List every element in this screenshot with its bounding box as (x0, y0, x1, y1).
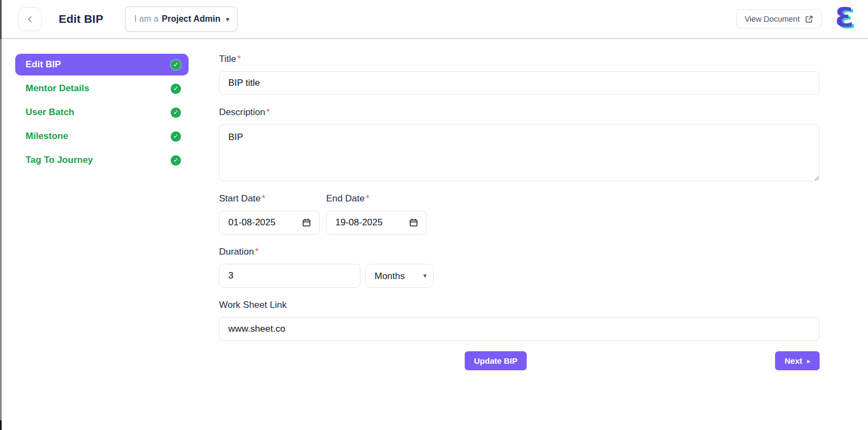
header: Edit BIP I am a Project Admin ▾ View Doc… (0, 0, 868, 39)
chevron-left-icon (26, 15, 35, 24)
end-date-input[interactable] (326, 211, 427, 235)
sidebar-item-edit-bip[interactable]: Edit BIP ✓ (15, 54, 189, 75)
sidebar-item-label: Mentor Details (26, 83, 89, 94)
title-input[interactable] (219, 71, 820, 95)
start-date-field: Start Date* (219, 193, 320, 246)
edit-bip-form: Title* Description* BIP Start Date* (219, 54, 820, 370)
sidebar-item-milestone[interactable]: Milestone ✓ (15, 125, 189, 147)
duration-label: Duration* (219, 246, 820, 257)
end-date-label: End Date* (326, 193, 427, 204)
sidebar-item-user-batch[interactable]: User Batch ✓ (15, 102, 189, 123)
required-asterisk: * (262, 193, 266, 204)
check-circle-icon: ✓ (171, 84, 181, 94)
check-circle-icon: ✓ (171, 131, 181, 142)
sidebar-item-mentor-details[interactable]: Mentor Details ✓ (15, 78, 189, 99)
worksheet-link-input[interactable] (219, 317, 820, 341)
update-bip-button[interactable]: Update BIP (465, 351, 527, 370)
sidebar-item-label: Edit BIP (26, 59, 61, 70)
sidebar-item-label: Milestone (26, 131, 68, 142)
window-edge-top (0, 0, 2, 39)
next-button[interactable]: Next ▸ (775, 351, 820, 370)
view-document-label: View Document (745, 15, 800, 23)
role-selected-value: Project Admin (162, 14, 221, 24)
calendar-icon[interactable] (409, 218, 419, 227)
role-dropdown[interactable]: I am a Project Admin ▾ (125, 7, 238, 31)
start-date-label: Start Date* (219, 193, 320, 204)
chevron-down-icon: ▾ (226, 16, 229, 23)
stepper-sidebar: Edit BIP ✓ Mentor Details ✓ User Batch ✓… (15, 54, 189, 173)
main-content: Edit BIP ✓ Mentor Details ✓ User Batch ✓… (0, 39, 868, 429)
app-logo: Ɛ (835, 4, 854, 31)
required-asterisk: * (255, 246, 259, 257)
duration-row: Months ▾ (219, 264, 820, 288)
dates-row: Start Date* End Date* (219, 193, 820, 246)
external-link-icon (804, 15, 814, 24)
required-asterisk: * (238, 54, 241, 65)
start-date-value[interactable] (228, 217, 302, 228)
sidebar-item-label: Tag To Journey (26, 155, 93, 166)
role-prefix-label: I am a (134, 14, 158, 24)
end-date-field: End Date* (326, 193, 427, 246)
check-circle-icon: ✓ (171, 155, 181, 166)
description-textarea[interactable]: BIP (219, 124, 820, 181)
form-buttons-row: Update BIP Next ▸ (219, 351, 820, 370)
window-edge-bottom (0, 420, 2, 430)
check-circle-icon: ✓ (171, 60, 181, 70)
back-button[interactable] (18, 7, 42, 31)
end-date-value[interactable] (335, 217, 409, 228)
start-date-input[interactable] (219, 211, 320, 235)
duration-unit-select[interactable]: Months (365, 264, 434, 288)
duration-input[interactable] (219, 264, 360, 288)
worksheet-link-label: Work Sheet Link (219, 300, 820, 311)
arrow-right-icon: ▸ (807, 358, 810, 364)
sidebar-item-tag-to-journey[interactable]: Tag To Journey ✓ (15, 149, 189, 171)
description-label: Description* (219, 107, 820, 118)
required-asterisk: * (366, 193, 370, 204)
view-document-button[interactable]: View Document (736, 9, 822, 29)
title-label: Title* (219, 54, 820, 65)
required-asterisk: * (266, 107, 270, 118)
check-circle-icon: ✓ (171, 108, 181, 118)
calendar-icon[interactable] (302, 218, 311, 227)
duration-unit-select-wrap: Months ▾ (365, 264, 434, 288)
window-edge (0, 39, 2, 420)
sidebar-item-label: User Batch (26, 107, 74, 118)
page-title: Edit BIP (59, 12, 103, 26)
